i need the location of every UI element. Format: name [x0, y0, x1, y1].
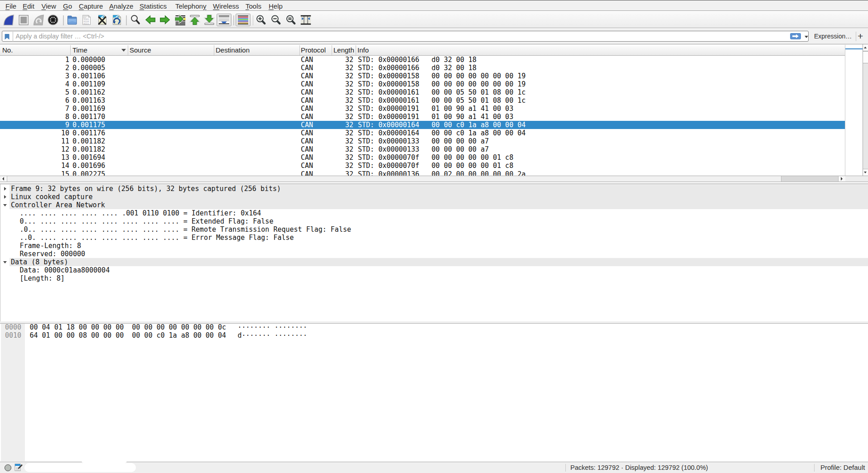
svg-text:0111: 0111 [84, 23, 89, 25]
